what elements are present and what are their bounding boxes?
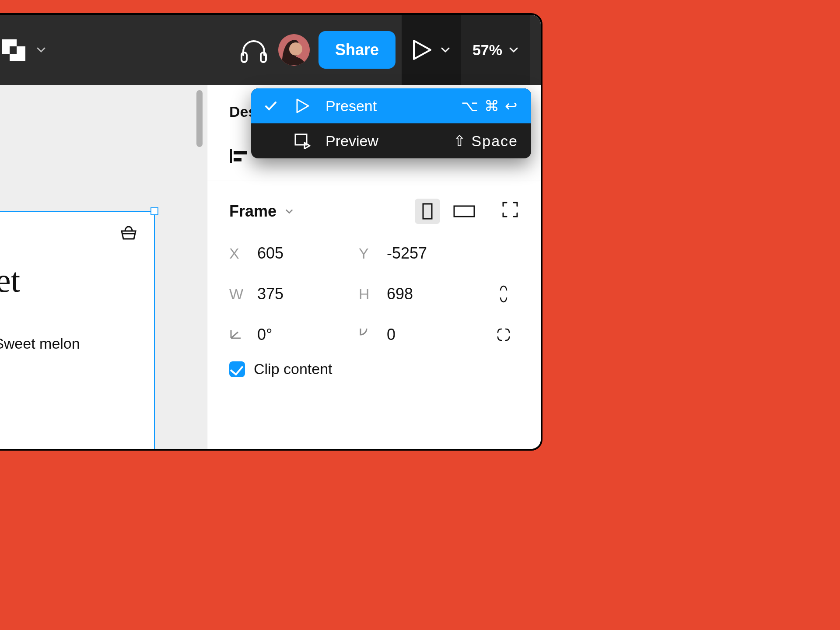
basket-icon <box>119 223 138 241</box>
product-price: .89/lb <box>0 358 154 375</box>
clip-content-checkbox[interactable] <box>229 361 245 377</box>
svg-rect-11 <box>423 204 432 219</box>
height-field[interactable]: H 698 <box>359 285 480 303</box>
scrollbar-thumb[interactable] <box>196 90 203 147</box>
present-button[interactable] <box>402 15 461 85</box>
svg-rect-2 <box>10 46 17 54</box>
canvas[interactable]: sket d Peas asket imson Sweet melon .89/… <box>0 85 207 420</box>
svg-rect-9 <box>234 151 247 154</box>
zoom-label: 57% <box>472 42 502 59</box>
svg-rect-12 <box>454 206 474 217</box>
resize-to-fit-icon[interactable] <box>501 201 519 222</box>
frame-heading: asket <box>0 261 154 300</box>
orientation-landscape-button[interactable] <box>452 199 477 224</box>
corner-radius-field[interactable]: 0 <box>359 326 480 344</box>
resize-handle[interactable] <box>150 207 158 215</box>
product-name: imson Sweet melon <box>0 335 154 352</box>
play-icon <box>288 98 318 114</box>
constrain-proportions-icon[interactable] <box>488 284 519 304</box>
selected-frame[interactable]: d Peas asket imson Sweet melon .89/lb <box>0 211 155 420</box>
menu-item-present[interactable]: Present ⌥ ⌘ ↩ <box>251 88 531 123</box>
chevron-down-icon[interactable] <box>284 206 294 216</box>
chevron-down-icon <box>508 45 519 55</box>
menu-item-label: Present <box>326 98 377 115</box>
frame-section-label[interactable]: Frame <box>229 202 276 220</box>
clip-content-label: Clip content <box>254 360 332 378</box>
y-field[interactable]: Y -5257 <box>359 244 480 262</box>
angle-icon <box>229 328 242 340</box>
toolbar: Share 57% <box>0 15 541 85</box>
x-field[interactable]: X 605 <box>229 244 350 262</box>
present-dropdown-menu: Present ⌥ ⌘ ↩ Preview ⇧ Space <box>251 88 531 158</box>
rotation-field[interactable]: 0° <box>229 326 350 344</box>
menu-item-shortcut: ⌥ ⌘ ↩ <box>461 97 518 115</box>
app-window: Share 57% sket <box>0 13 542 420</box>
chevron-down-icon <box>36 45 46 55</box>
share-button[interactable]: Share <box>318 31 396 69</box>
svg-point-6 <box>289 42 302 56</box>
user-avatar[interactable] <box>278 34 310 66</box>
preview-icon <box>288 133 318 149</box>
headphones-icon[interactable] <box>238 34 270 66</box>
zoom-control[interactable]: 57% <box>461 15 530 85</box>
corner-radius-icon <box>359 327 372 340</box>
menu-item-shortcut: ⇧ Space <box>453 132 518 150</box>
component-tool[interactable] <box>0 37 46 63</box>
width-field[interactable]: W 375 <box>229 285 350 303</box>
menu-item-label: Preview <box>326 133 378 150</box>
svg-rect-10 <box>234 158 242 161</box>
menu-item-preview[interactable]: Preview ⇧ Space <box>251 123 531 158</box>
chevron-down-icon[interactable] <box>440 45 451 55</box>
check-icon <box>261 100 281 112</box>
orientation-portrait-button[interactable] <box>415 199 440 224</box>
independent-corners-icon[interactable] <box>488 327 519 342</box>
